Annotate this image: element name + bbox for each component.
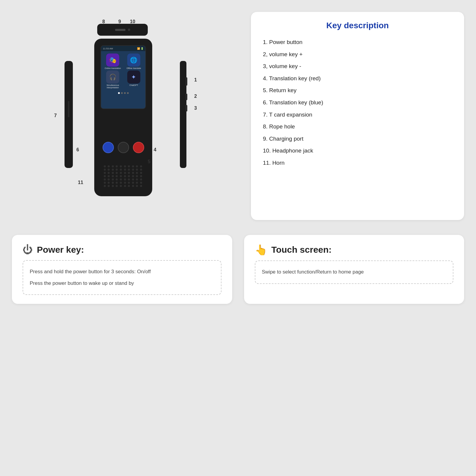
label-3: 3 [194,106,197,111]
label-1: 1 [194,77,197,83]
power-key-box: ⏻ Power key: Press and hold the power bu… [12,235,232,304]
power-key-inner: Press and hold the power button for 3 se… [23,260,221,295]
device-screen: 11:53 AM 📶 🔋 🎭 Online translation 🌐 Offl… [100,45,146,109]
screen-icon-2: 🌐 Offline translate [124,54,144,69]
device-right-side [180,61,186,168]
key-desc-item-9: 9. Charging port [263,133,452,145]
touch-screen-header: 👆 Touch screen: [255,244,454,256]
key-desc-item-3: 3, volume key - [263,60,452,73]
screen-icon-3: 🎧 Simultaneous interpretation [103,70,123,89]
label-9: 9 [118,19,121,24]
key-desc-item-8: 8. Rope hole [263,121,452,133]
key-desc-item-6: 6. Translation key (blue) [263,97,452,109]
device-buttons-row [103,142,144,153]
label-2: 2 [194,94,197,99]
screen-status-icons: 📶 🔋 [137,47,144,50]
power-icon: ⏻ [23,244,33,255]
label-10: 10 [130,19,135,24]
device-body: 11:53 AM 📶 🔋 🎭 Online translation 🌐 Offl… [94,39,152,196]
label-8: 8 [102,19,105,24]
key-desc-list: 1. Power button 2, volume key + 3, volum… [263,36,452,169]
btn-red [133,142,144,153]
screen-icon-1: 🎭 Online translation [103,54,123,69]
power-key-title: Power key: [37,245,84,255]
key-desc-item-1: 1. Power button [263,36,452,48]
power-key-desc1: Press and hold the power button for 3 se… [30,266,214,278]
btn-center [118,142,129,153]
power-key-desc2: Press the power button to wake up or sta… [30,278,214,289]
device-speaker: // We'll create speaker dots via JS belo… [103,164,144,191]
touch-screen-title: Touch screen: [271,245,332,255]
key-desc-title: Key description [263,21,452,30]
key-desc-item-5: 5. Return key [263,84,452,97]
label-5: 5 [148,159,150,164]
key-desc-item-10: 10. Headphone jack [263,145,452,157]
touch-screen-inner: Swipe to select function/Return to home … [255,260,454,284]
label-11: 11 [78,180,83,185]
device-diagram: 8 9 10 7 11:53 AM 📶 🔋 [51,15,200,217]
label-7: 7 [54,113,57,118]
screen-time: 11:53 AM [103,47,113,50]
key-desc-item-2: 2, volume key + [263,48,452,61]
device-top-piece [97,24,148,36]
device-left-side [65,61,73,168]
touch-icon: 👆 [255,244,267,256]
touch-screen-desc1: Swipe to select function/Return to home … [262,266,447,278]
touch-screen-box: 👆 Touch screen: Swipe to select function… [244,235,464,304]
key-desc-item-11: 11. Horn [263,157,452,169]
bottom-section: ⏻ Power key: Press and hold the power bu… [12,235,464,304]
btn-blue [103,142,114,153]
device-diagram-area: 8 9 10 7 11:53 AM 📶 🔋 [12,12,239,220]
label-6: 6 [76,147,79,153]
key-desc-item-4: 4. Translation key (red) [263,73,452,85]
screen-icon-4: ✦ ChatGPT [124,70,144,89]
label-4: 4 [154,147,156,153]
power-key-header: ⏻ Power key: [23,244,221,255]
key-description-box: Key description 1. Power button 2, volum… [251,12,464,220]
key-desc-item-7: 7. T card expansion [263,109,452,121]
